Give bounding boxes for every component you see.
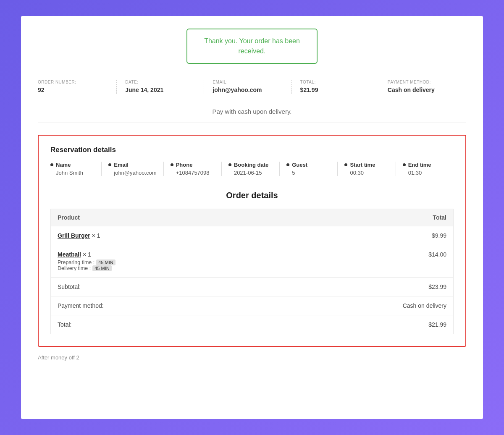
order-details-title: Order details (50, 191, 454, 200)
prep-time-line: Preparing time : 45 MIN (58, 259, 267, 265)
order-number-label: ORDER NUMBER: (38, 80, 108, 84)
prep-info: Preparing time : 45 MIN Delivery time : … (58, 259, 267, 271)
table-header-row: Product Total (51, 209, 454, 226)
prep-label: Preparing time : (58, 259, 94, 265)
res-email-value: john@yahoo.com (114, 170, 156, 176)
thankyou-banner: Thank you. Your order has been received. (186, 29, 318, 64)
cash-note: Pay with cash upon delivery. (38, 108, 466, 115)
total-cell-2: $14.00 (274, 245, 453, 278)
total-label: TOTAL: (300, 80, 370, 84)
page-wrapper: Thank you. Your order has been received.… (21, 16, 483, 419)
payment-method-label: Payment method: (58, 302, 104, 309)
payment-method-value-cell: Cash on delivery (274, 296, 453, 315)
res-guest-label: Guest (292, 162, 307, 168)
price-1: $9.99 (432, 232, 446, 239)
delivery-time-badge: 45 MIN (92, 265, 111, 271)
divider (38, 123, 466, 123)
res-name-value: John Smith (56, 170, 94, 176)
order-number-value: 92 (38, 86, 45, 93)
email-label: EMAIL: (213, 80, 283, 84)
res-guest-value: 5 (292, 170, 331, 176)
res-col-email: Email john@yahoo.com (102, 162, 163, 176)
bullet-icon (50, 163, 53, 166)
meta-date: DATE: June 14, 2021 (117, 80, 204, 94)
res-name-label: Name (56, 162, 71, 168)
meta-email: EMAIL: john@yahoo.com (204, 80, 291, 94)
col-product-header: Product (51, 209, 274, 226)
payment-value: Cash on delivery (388, 86, 435, 93)
prep-time-badge: 45 MIN (96, 259, 115, 265)
meta-total: TOTAL: $21.99 (292, 80, 379, 94)
table-row: Grill Burger × 1 $9.99 (51, 226, 454, 245)
res-col-phone: Phone +1084757098 (164, 162, 222, 176)
product-name-2: Meatball (58, 251, 81, 258)
col-total-header: Total (274, 209, 453, 226)
thankyou-text: Thank you. Your order has been received. (204, 36, 300, 56)
res-phone-label: Phone (176, 162, 193, 168)
thankyou-line2: received. (239, 47, 266, 55)
payment-method-value: Cash on delivery (403, 302, 446, 309)
bullet-icon (403, 163, 406, 166)
res-booking-date-value: 2021-06-15 (234, 170, 273, 176)
subtotal-value-cell: $23.99 (274, 278, 453, 296)
bullet-icon (171, 163, 173, 166)
product-name-1: Grill Burger (58, 232, 90, 239)
price-2: $14.00 (428, 251, 446, 258)
payment-method-row: Payment method: Cash on delivery (51, 296, 454, 315)
res-col-start-time: Start time 00:30 (338, 162, 396, 176)
payment-label: PAYMENT METHOD: (388, 80, 458, 84)
product-qty-2: × 1 (83, 251, 91, 258)
thankyou-line1: Thank you. Your order has been (204, 37, 300, 45)
res-booking-date-label: Booking date (234, 162, 268, 168)
delivery-time-line: Delivery time : 45 MIN (58, 265, 267, 271)
reservation-title: Reservation details (50, 146, 454, 154)
total-cell-1: $9.99 (274, 226, 453, 245)
date-value: June 14, 2021 (125, 86, 163, 93)
order-meta: ORDER NUMBER: 92 DATE: June 14, 2021 EMA… (38, 76, 466, 98)
total-row-label: Total: (58, 321, 71, 328)
total-value-cell: $21.99 (274, 315, 453, 334)
bullet-icon (228, 163, 231, 166)
payment-method-label-cell: Payment method: (51, 296, 274, 315)
subtotal-row: Subtotal: $23.99 (51, 278, 454, 296)
res-start-time-label: Start time (350, 162, 375, 168)
product-cell-1: Grill Burger × 1 (51, 226, 274, 245)
res-end-time-value: 01:30 (408, 170, 447, 176)
bullet-icon (108, 163, 111, 166)
email-value: john@yahoo.com (213, 86, 262, 93)
res-col-guest: Guest 5 (280, 162, 338, 176)
delivery-label: Delivery time : (58, 265, 91, 271)
meta-order-number: ORDER NUMBER: 92 (38, 80, 117, 94)
subtotal-label: Subtotal: (58, 283, 81, 290)
res-col-name: Name John Smith (50, 162, 102, 176)
res-email-label: Email (114, 162, 129, 168)
after-money-note: After money off 2 (38, 354, 466, 361)
reservation-box: Reservation details Name John Smith Emai… (38, 135, 466, 347)
total-row: Total: $21.99 (51, 315, 454, 334)
res-end-time-label: End time (408, 162, 431, 168)
res-phone-value: +1084757098 (176, 170, 215, 176)
date-label: DATE: (125, 80, 195, 84)
total-value: $21.99 (300, 86, 318, 93)
res-start-time-value: 00:30 (350, 170, 388, 176)
meta-payment: PAYMENT METHOD: Cash on delivery (379, 80, 466, 94)
res-col-end-time: End time 01:30 (396, 162, 454, 176)
res-col-booking-date: Booking date 2021-06-15 (222, 162, 280, 176)
reservation-row: Name John Smith Email john@yahoo.com Pho… (50, 162, 454, 182)
total-label-cell: Total: (51, 315, 274, 334)
subtotal-label-cell: Subtotal: (51, 278, 274, 296)
product-cell-2: Meatball × 1 Preparing time : 45 MIN Del… (51, 245, 274, 278)
bullet-icon (344, 163, 347, 166)
table-row: Meatball × 1 Preparing time : 45 MIN Del… (51, 245, 454, 278)
total-row-value: $21.99 (428, 321, 446, 328)
order-table: Product Total Grill Burger × 1 $9.99 (50, 209, 454, 334)
subtotal-value: $23.99 (428, 283, 446, 290)
product-qty-1: × 1 (92, 232, 100, 239)
bullet-icon (286, 163, 289, 166)
